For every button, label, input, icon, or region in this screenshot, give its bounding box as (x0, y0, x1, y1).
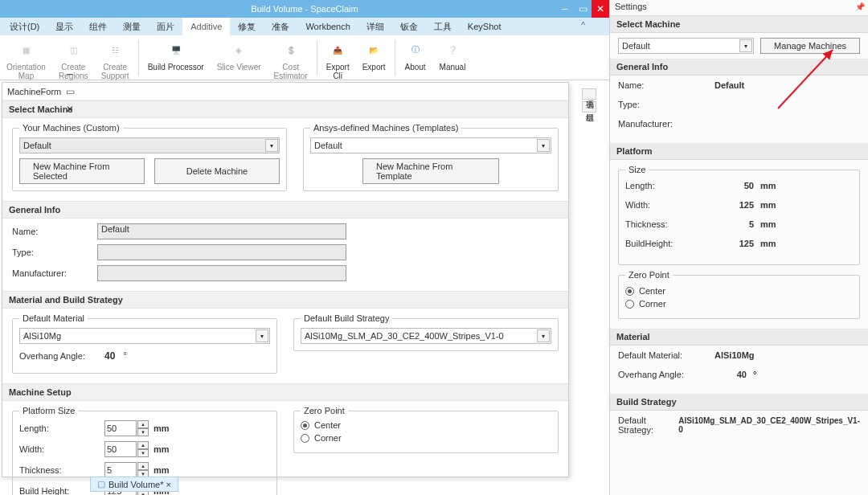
side-tab-1[interactable]: 选项 (582, 88, 596, 100)
sp-zp-center-radio[interactable]: Center (625, 286, 853, 296)
chevron-down-icon: ▾ (537, 329, 550, 342)
app-min-button[interactable]: ‒ (556, 0, 574, 18)
ribbon-orientation-map[interactable]: ▦Orientation Map (0, 37, 52, 82)
menu-tools[interactable]: 工具 (426, 18, 460, 35)
sp-default-mat-value: AlSi10Mg (714, 350, 755, 360)
zero-point-legend: Zero Point (301, 406, 348, 415)
width-spinner[interactable]: ▲▼ (137, 441, 149, 457)
sp-zero-point-legend: Zero Point (625, 270, 673, 280)
menu-sheetmetal[interactable]: 钣金 (392, 18, 426, 35)
doc-tab-build-volume[interactable]: ▢ Build Volume* × (90, 477, 178, 492)
sp-platform-hdr: Platform (610, 143, 868, 160)
sp-buildheight-unit: mm (760, 239, 776, 248)
manuf-input[interactable] (97, 265, 346, 281)
zp-center-radio[interactable]: Center (301, 420, 551, 430)
thickness-label: Thickness: (19, 465, 104, 475)
app-restore-button[interactable]: ▭ (574, 0, 592, 18)
mf-general-info-hdr: General Info (2, 201, 568, 219)
sp-name-value: Default (714, 80, 744, 90)
sp-width-label: Width: (625, 200, 722, 210)
name-label: Name: (12, 227, 97, 236)
chevron-down-icon: ▾ (739, 39, 752, 52)
ribbon-export[interactable]: 📂Export (356, 37, 392, 73)
export-icon: 📂 (362, 39, 385, 61)
sp-length-label: Length: (625, 181, 722, 190)
mf-select-machine-hdr: Select Machine (2, 100, 568, 118)
machineform-window: MachineForm ‒ ▭ ✕ Select Machine Your Ma… (2, 82, 569, 477)
ribbon-slice-viewer[interactable]: ◈Slice Viewer (211, 37, 268, 73)
menu-prepare[interactable]: 准备 (264, 18, 297, 35)
overhang-unit: ° (123, 350, 127, 362)
ribbon: ▦Orientation Map ◫Create Regions ☷Create… (0, 35, 609, 80)
side-tab-2[interactable]: 群组 (582, 101, 596, 112)
type-input[interactable] (97, 244, 346, 260)
mf-min-button[interactable]: ‒ (61, 65, 79, 83)
width-label: Width: (19, 444, 104, 454)
default-material-legend: Default Material (19, 313, 88, 323)
manage-machines-button[interactable]: Manage Machines (760, 38, 860, 54)
sp-width-value: 125 (722, 200, 754, 210)
sp-width-unit: mm (760, 200, 776, 210)
ribbon-export-cli[interactable]: 📤Export Cli (320, 37, 356, 82)
ribbon-expand-icon[interactable]: ^ (581, 21, 585, 30)
sp-general-info-hdr: General Info (610, 59, 868, 76)
type-label: Type: (12, 248, 97, 257)
new-from-selected-button[interactable]: New Machine From Selected (19, 158, 145, 184)
app-titlebar: Build Volume - SpaceClaim ‒ ▭ ✕ (0, 0, 609, 18)
sp-buildheight-value: 125 (722, 239, 754, 248)
menu-keyshot[interactable]: KeyShot (460, 18, 510, 35)
zp-corner-radio[interactable]: Corner (301, 433, 551, 443)
pin-icon[interactable]: 📌 (855, 2, 865, 11)
manuf-label: Manufacturer: (12, 268, 97, 278)
orientation-map-icon: ▦ (14, 39, 37, 61)
ansys-templates-dropdown[interactable]: Default ▾ (310, 137, 551, 153)
sp-material-hdr: Material (610, 329, 868, 346)
menu-additive[interactable]: Additive (182, 18, 230, 35)
ribbon-build-processor[interactable]: 🖥️Build Processor (141, 37, 211, 73)
default-strategy-dropdown[interactable]: AlSi10Mg_SLM_AD_30_CE2_400W_Stripes_V1-0… (301, 328, 551, 344)
ribbon-create-support[interactable]: ☷Create Support (95, 37, 136, 82)
menu-facets[interactable]: 面片 (149, 18, 182, 35)
default-material-dropdown[interactable]: AlSi10Mg ▾ (19, 328, 270, 344)
sp-machine-dropdown[interactable]: Default ▾ (618, 38, 754, 54)
menu-assembly[interactable]: 组件 (81, 18, 115, 35)
build-processor-icon: 🖥️ (165, 39, 187, 61)
chevron-down-icon: ▾ (265, 139, 278, 152)
length-spinner[interactable]: ▲▼ (137, 420, 149, 436)
ribbon-cost-estimator[interactable]: 💲Cost Estimator (268, 37, 314, 82)
thickness-input[interactable]: 5 (104, 462, 137, 478)
side-tabs: 选项 群组 (582, 88, 595, 114)
radio-unselected-icon (625, 300, 634, 309)
menu-measure[interactable]: 测量 (115, 18, 149, 35)
sp-overhang-label: Overhang Angle: (618, 370, 714, 379)
app-close-button[interactable]: ✕ (592, 0, 609, 18)
manual-icon: ❔ (441, 39, 464, 61)
settings-title: Settings 📌 (610, 0, 868, 16)
ribbon-manual[interactable]: ❔Manual (433, 37, 473, 73)
menu-workbench[interactable]: Workbench (297, 18, 358, 35)
export-cli-icon: 📤 (326, 39, 349, 61)
mf-max-button[interactable]: ▭ (61, 83, 79, 100)
sp-zero-point-fieldset: Zero Point Center Corner (618, 270, 860, 319)
new-from-template-button[interactable]: New Machine From Template (362, 158, 499, 184)
sp-zp-corner-radio[interactable]: Corner (625, 299, 853, 309)
ribbon-about[interactable]: ⓘAbout (398, 37, 433, 73)
width-input[interactable]: 50 (104, 441, 137, 457)
ansys-templates-fieldset: Ansys-defined Machines (Templates) Defau… (303, 123, 559, 191)
menu-repair[interactable]: 修复 (230, 18, 264, 35)
chevron-down-icon: ▾ (256, 329, 268, 342)
overhang-label: Overhang Angle: (19, 351, 104, 361)
thickness-spinner[interactable]: ▲▼ (137, 462, 149, 478)
radio-selected-icon (301, 421, 309, 430)
length-input[interactable]: 50 (104, 420, 137, 436)
menu-display[interactable]: 显示 (47, 18, 81, 35)
length-unit: mm (154, 423, 170, 433)
thickness-unit: mm (154, 465, 170, 475)
name-input[interactable]: Default (97, 223, 346, 239)
radio-selected-icon (625, 287, 634, 296)
your-machines-dropdown[interactable]: Default ▾ (19, 137, 280, 153)
mf-close-button[interactable]: ✕ (61, 100, 79, 118)
menu-design[interactable]: 设计(D) (2, 18, 47, 35)
delete-machine-button[interactable]: Delete Machine (154, 158, 280, 184)
menu-detail[interactable]: 详细 (358, 18, 392, 35)
